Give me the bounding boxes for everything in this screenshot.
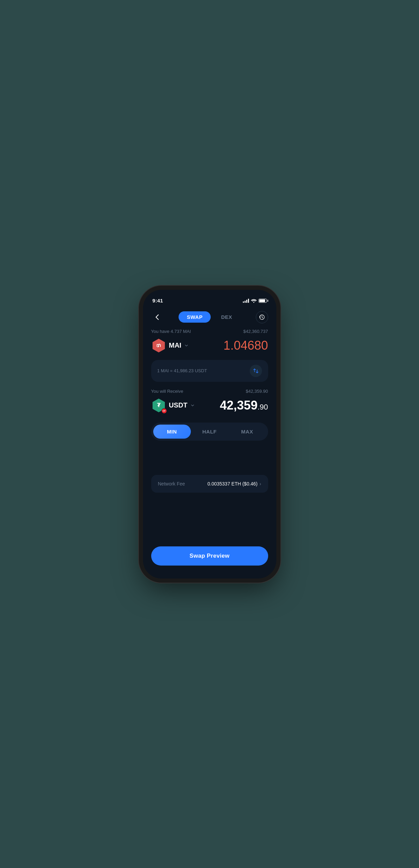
min-button[interactable]: MIN	[153, 425, 191, 439]
from-token-symbol: MAI	[169, 341, 182, 349]
history-icon	[259, 314, 265, 320]
wifi-icon	[251, 299, 257, 303]
battery-icon	[259, 299, 267, 303]
from-token-chevron	[184, 343, 189, 348]
bottom-section: Swap Preview	[143, 541, 276, 579]
to-token-row: ₮ OP USDT 42,359.90	[151, 398, 268, 413]
from-balance-label: You have 4.737 MAI	[151, 329, 191, 334]
tab-dex[interactable]: DEX	[213, 311, 240, 323]
receive-label: You will Receive	[151, 389, 183, 394]
to-token-selector[interactable]: ₮ OP USDT	[151, 398, 195, 413]
network-fee-chevron: ›	[260, 481, 261, 487]
op-badge: OP	[161, 408, 167, 414]
to-token-symbol: USDT	[169, 401, 187, 409]
from-token-amount[interactable]: 1.04680	[223, 338, 268, 353]
signal-icon	[243, 299, 249, 303]
phone-frame: 9:41 SWA	[143, 290, 276, 579]
notch	[188, 290, 231, 302]
swap-arrows-button[interactable]	[250, 365, 262, 377]
network-fee-value-row: 0.0035337 ETH ($0.46) ›	[208, 481, 261, 487]
middle-spacer	[151, 441, 268, 475]
from-token-row: ₥ MAI 1.04680	[151, 338, 268, 353]
max-button[interactable]: MAX	[228, 425, 266, 439]
tab-swap[interactable]: SWAP	[179, 311, 211, 323]
receive-usd: $42,359.90	[246, 389, 268, 394]
history-button[interactable]	[256, 311, 268, 323]
exchange-rate-container: 1 MAI = 41,986.23 USDT	[151, 360, 268, 382]
from-token-selector[interactable]: ₥ MAI	[151, 338, 189, 353]
mai-icon: ₥	[151, 338, 166, 353]
status-icons	[243, 299, 267, 303]
svg-text:₥: ₥	[156, 342, 161, 348]
status-time: 9:41	[153, 298, 163, 303]
swap-preview-button[interactable]: Swap Preview	[151, 546, 268, 566]
from-balance-row: You have 4.737 MAI $42,360.737	[151, 329, 268, 334]
svg-text:₮: ₮	[157, 402, 161, 408]
to-token-amount[interactable]: 42,359.90	[220, 398, 268, 413]
to-receive-row: You will Receive $42,359.90	[151, 389, 268, 394]
network-fee-label: Network Fee	[158, 481, 185, 487]
back-button[interactable]	[151, 311, 163, 323]
half-button[interactable]: HALF	[191, 425, 228, 439]
network-fee-container[interactable]: Network Fee 0.0035337 ETH ($0.46) ›	[151, 475, 268, 493]
exchange-rate-text: 1 MAI = 41,986.23 USDT	[157, 368, 207, 373]
usdt-icon: ₮ OP	[151, 398, 166, 413]
to-token-chevron	[190, 403, 195, 408]
nav-tabs: SWAP DEX	[179, 311, 240, 323]
amount-selector: MIN HALF MAX	[151, 423, 268, 441]
scroll-content: You have 4.737 MAI $42,360.737 ₥ MAI 1.0…	[143, 329, 276, 536]
network-fee-value: 0.0035337 ETH ($0.46)	[208, 481, 258, 487]
from-balance-usd: $42,360.737	[243, 329, 268, 334]
header-nav: SWAP DEX	[143, 307, 276, 329]
